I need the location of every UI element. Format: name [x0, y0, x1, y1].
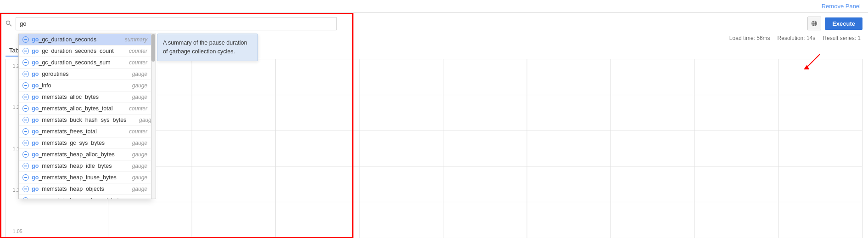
autocomplete-dropdown: go_gc_duration_secondssummarygo_gc_durat…	[18, 34, 236, 199]
metric-type-label: gauge	[122, 94, 147, 100]
autocomplete-item[interactable]: go_gc_duration_secondssummary	[19, 34, 151, 46]
autocomplete-item[interactable]: go_goroutinesgauge	[19, 69, 151, 80]
metric-type-label: counter	[122, 48, 147, 54]
svg-point-0	[6, 21, 10, 25]
autocomplete-item[interactable]: go_infogauge	[19, 80, 151, 91]
metric-type-label: gauge	[122, 151, 147, 158]
autocomplete-item[interactable]: go_gc_duration_seconds_countcounter	[19, 46, 151, 57]
metric-name: go_memstats_frees_total	[32, 128, 119, 135]
metric-name: go_memstats_heap_idle_bytes	[32, 163, 119, 169]
scroll-thumb[interactable]	[151, 34, 155, 62]
metric-name: go_gc_duration_seconds_sum	[32, 59, 119, 66]
metric-name: go_memstats_heap_alloc_bytes	[32, 151, 119, 158]
globe-button[interactable]	[807, 17, 821, 30]
search-icon	[6, 20, 12, 27]
metric-type-label: counter	[122, 128, 147, 135]
autocomplete-item[interactable]: go_memstats_frees_totalcounter	[19, 126, 151, 137]
metric-type-label: gauge	[122, 140, 147, 146]
autocomplete-item[interactable]: go_memstats_alloc_bytesgauge	[19, 91, 151, 103]
metric-name: go_memstats_alloc_bytes	[32, 94, 119, 100]
metric-type-label: counter	[122, 105, 147, 112]
metric-tooltip: A summary of the pause duration of garba…	[157, 34, 258, 61]
metric-type-label: gauge	[129, 117, 151, 123]
metric-type-label: gauge	[122, 71, 147, 77]
metric-type-icon	[22, 197, 29, 199]
metric-name: go_memstats_heap_inuse_bytes	[32, 174, 119, 181]
metric-name: go_goroutines	[32, 71, 119, 77]
metric-type-label: summary	[122, 36, 147, 43]
metric-name: go_memstats_alloc_bytes_total	[32, 105, 119, 112]
autocomplete-item[interactable]: go_memstats_gc_sys_bytesgauge	[19, 137, 151, 149]
autocomplete-scrollbar[interactable]	[151, 34, 156, 199]
metric-type-icon	[22, 59, 29, 66]
metric-type-icon	[22, 71, 29, 77]
metric-name: go_gc_duration_seconds_count	[32, 48, 119, 54]
metric-type-icon	[22, 48, 29, 54]
tooltip-text: A summary of the pause duration of garba…	[163, 40, 247, 55]
metric-type-label: gauge	[128, 197, 151, 199]
metric-type-label: gauge	[122, 186, 147, 192]
autocomplete-item[interactable]: go_memstats_heap_inuse_bytesgauge	[19, 172, 151, 183]
metric-name: go_gc_duration_seconds	[32, 36, 119, 43]
svg-line-1	[10, 24, 11, 26]
metric-name: go_info	[32, 82, 119, 89]
autocomplete-item[interactable]: go_memstats_heap_objectsgauge	[19, 183, 151, 195]
metric-type-icon	[22, 174, 29, 181]
metric-name: go_memstats_buck_hash_sys_bytes	[32, 117, 126, 123]
query-row: Execute	[0, 13, 868, 34]
resolution: Resolution: 14s	[778, 35, 816, 41]
main-container: Execute Load time: 56ms Resolution: 14s …	[0, 13, 868, 238]
metric-name: go_memstats_heap_released_bytes	[32, 197, 125, 199]
metric-type-icon	[22, 117, 29, 123]
autocomplete-item[interactable]: go_memstats_heap_alloc_bytesgauge	[19, 149, 151, 160]
autocomplete-item[interactable]: go_gc_duration_seconds_sumcounter	[19, 57, 151, 69]
metric-type-icon	[22, 94, 29, 100]
result-series: Result series: 1	[823, 35, 861, 41]
metric-type-icon	[22, 105, 29, 112]
metric-type-icon	[22, 82, 29, 89]
remove-panel-link[interactable]: Remove Panel	[822, 3, 861, 10]
svg-line-7	[806, 54, 820, 68]
arrow-annotation	[797, 52, 824, 76]
autocomplete-list[interactable]: go_gc_duration_secondssummarygo_gc_durat…	[18, 34, 151, 199]
metric-type-label: gauge	[122, 82, 147, 89]
metric-type-icon	[22, 186, 29, 192]
top-bar: Remove Panel	[0, 0, 868, 13]
query-input[interactable]	[16, 17, 337, 30]
y-label-4: 1.05	[8, 229, 22, 234]
autocomplete-item[interactable]: go_memstats_buck_hash_sys_bytesgauge	[19, 114, 151, 126]
metric-name: go_memstats_gc_sys_bytes	[32, 140, 119, 146]
metric-type-icon	[22, 163, 29, 169]
metric-type-icon	[22, 128, 29, 135]
metric-type-icon	[22, 140, 29, 146]
autocomplete-item[interactable]: go_memstats_heap_idle_bytesgauge	[19, 160, 151, 172]
metric-name: go_memstats_heap_objects	[32, 186, 119, 192]
load-time: Load time: 56ms	[729, 35, 770, 41]
metric-type-icon	[22, 36, 29, 43]
autocomplete-item[interactable]: go_memstats_alloc_bytes_totalcounter	[19, 103, 151, 114]
metric-type-label: gauge	[122, 163, 147, 169]
execute-button[interactable]: Execute	[825, 17, 862, 30]
autocomplete-item[interactable]: go_memstats_heap_released_bytesgauge	[19, 195, 151, 199]
metric-type-icon	[22, 151, 29, 158]
metric-type-label: gauge	[122, 174, 147, 181]
metric-type-label: counter	[122, 59, 147, 66]
